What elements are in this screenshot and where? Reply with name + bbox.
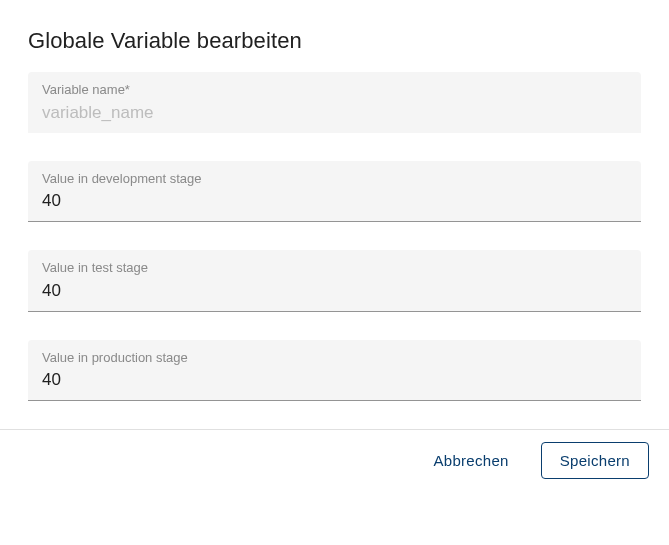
variable-name-label: Variable name* bbox=[42, 82, 627, 98]
prod-value-label: Value in production stage bbox=[42, 350, 627, 366]
field-group-prod-value: Value in production stage bbox=[28, 340, 641, 402]
test-value-input[interactable] bbox=[42, 280, 627, 303]
prod-value-field-container: Value in production stage bbox=[28, 340, 641, 402]
dev-value-input[interactable] bbox=[42, 190, 627, 213]
test-value-field-container: Value in test stage bbox=[28, 250, 641, 312]
variable-name-field-container: Variable name* bbox=[28, 72, 641, 133]
edit-global-variable-dialog: Globale Variable bearbeiten Variable nam… bbox=[0, 0, 669, 401]
field-group-test-value: Value in test stage bbox=[28, 250, 641, 312]
cancel-button[interactable]: Abbrechen bbox=[427, 443, 514, 478]
test-value-label: Value in test stage bbox=[42, 260, 627, 276]
prod-value-input[interactable] bbox=[42, 369, 627, 392]
dev-value-field-container: Value in development stage bbox=[28, 161, 641, 223]
dialog-title: Globale Variable bearbeiten bbox=[28, 28, 641, 54]
save-button[interactable]: Speichern bbox=[541, 442, 649, 479]
field-group-dev-value: Value in development stage bbox=[28, 161, 641, 223]
variable-name-input[interactable] bbox=[42, 102, 627, 125]
dev-value-label: Value in development stage bbox=[42, 171, 627, 187]
field-group-variable-name: Variable name* bbox=[28, 72, 641, 133]
dialog-actions: Abbrechen Speichern bbox=[0, 429, 669, 494]
